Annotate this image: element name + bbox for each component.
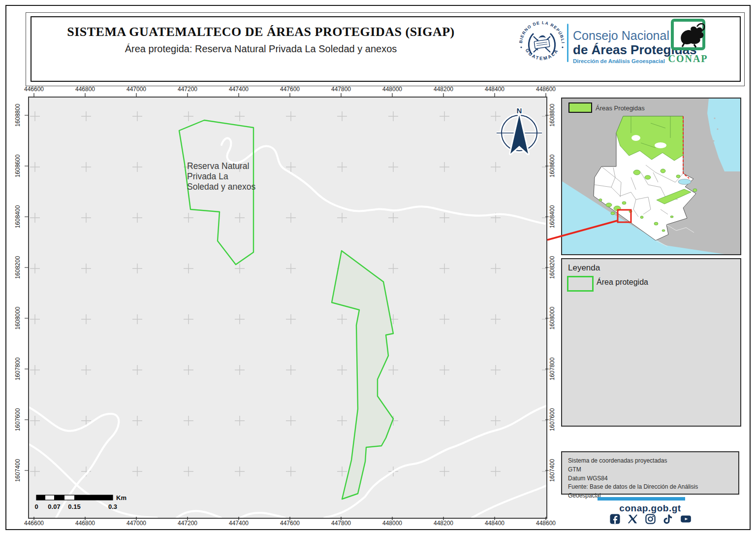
y-axis-label-left: 1608000 (14, 307, 21, 330)
x-axis-label-top: 447600 (280, 86, 300, 93)
credits-box: Sistema de coordenadas proyectadas GTM D… (561, 451, 739, 495)
facebook-icon (609, 513, 621, 525)
graticule-crosses (30, 111, 546, 476)
org-name-line1: Consejo Nacional (573, 29, 669, 43)
credits-line: Datum WGS84 (568, 474, 732, 483)
page-subtitle: Área protegida: Reserva Natural Privada … (47, 43, 475, 55)
y-axis-label-right: 1608200 (549, 256, 556, 279)
scalebar-tick-3: 0.3 (108, 503, 117, 510)
north-arrow: N (497, 106, 542, 154)
scale-bar: Km 0 0.07 0.15 0.3 (34, 494, 126, 510)
inset-legend-swatch (569, 103, 592, 112)
x-axis-label-bottom: 447600 (280, 520, 300, 527)
area-label: Reserva Natural Privada La Soledad y ane… (187, 161, 255, 192)
x-axis-label-top: 448000 (382, 86, 402, 93)
x-axis-label-top: 447000 (126, 86, 146, 93)
inset-legend-label: Áreas Protegidas (596, 104, 645, 112)
x-axis-label-top: 446800 (75, 86, 95, 93)
y-axis-label-right: 1608600 (549, 155, 556, 178)
roads-layer (29, 138, 546, 518)
scalebar-unit: Km (116, 494, 126, 502)
y-axis-label-left: 1608400 (14, 205, 21, 229)
youtube-icon (680, 513, 692, 525)
x-axis-label-top: 446600 (24, 86, 44, 93)
y-axis-label-right: 1608400 (549, 205, 556, 229)
credits-line: Sistema de coordenadas proyectadas (568, 457, 732, 466)
scalebar-tick-2: 0.15 (68, 503, 80, 510)
legend-box: Leyenda Área protegida (561, 258, 741, 427)
x-axis-label-bottom: 447400 (229, 520, 249, 527)
x-axis-label-bottom: 447800 (331, 520, 351, 527)
x-axis-label-bottom: 447000 (126, 520, 146, 527)
social-icons-row (561, 513, 739, 525)
north-label: N (517, 106, 522, 115)
y-axis-label-left: 1607400 (14, 459, 21, 482)
inset-locator-map: Áreas Protegidas (561, 98, 741, 255)
website-url: conap.gob.gt (561, 503, 739, 514)
scalebar-tick-0: 0 (34, 503, 38, 510)
x-axis-label-top: 447800 (331, 86, 351, 93)
y-axis-label-left: 1608200 (14, 256, 21, 279)
x-axis-label-bottom: 448400 (485, 520, 504, 527)
x-axis-label-bottom: 446800 (75, 520, 95, 527)
area-label-line2: Privada La (187, 171, 228, 181)
map-sheet: SISTEMA GUATEMALTECO DE ÁREAS PROTEGIDAS… (0, 0, 756, 535)
x-axis-label-bottom: 448000 (382, 520, 402, 527)
scalebar-tick-1: 0.07 (48, 503, 60, 510)
x-twitter-icon (627, 513, 638, 525)
government-seal-logo: GOBIERNO DE LA REPÚBLICA GUATEMALA (516, 18, 568, 70)
x-axis-label-top: 448200 (434, 86, 453, 93)
y-axis-label-right: 1608800 (549, 104, 556, 127)
y-axis-label-left: 1607800 (14, 358, 21, 381)
y-axis-label-right: 1608000 (549, 307, 556, 330)
tiktok-icon (662, 513, 674, 525)
area-label-line3: Soledad y anexos (187, 182, 255, 192)
conap-logo: CONAP (665, 19, 711, 66)
main-map: Reserva Natural Privada La Soledad y ane… (28, 97, 547, 519)
footer-accent-bar (598, 497, 685, 501)
page-title: SISTEMA GUATEMALTECO DE ÁREAS PROTEGIDAS… (47, 25, 475, 39)
area-label-line1: Reserva Natural (187, 161, 249, 171)
legend-item-label: Área protegida (597, 278, 648, 287)
x-axis-label-top: 447400 (229, 86, 249, 93)
protected-area-polygon-south (332, 251, 393, 499)
logo-divider (567, 24, 568, 62)
x-axis-label-bottom: 446600 (24, 520, 44, 527)
x-axis-label-bottom: 447200 (178, 520, 197, 527)
y-axis-label-left: 1607600 (14, 408, 21, 432)
y-axis-label-right: 1607800 (549, 358, 556, 381)
conap-wordmark: CONAP (668, 53, 708, 64)
legend-swatch-protected-area (567, 276, 594, 292)
legend-title: Leyenda (568, 263, 600, 273)
x-axis-label-top: 448400 (485, 86, 504, 93)
x-axis-label-bottom: 448200 (434, 520, 453, 527)
org-department: Dirección de Análisis Geoespacial (573, 58, 665, 64)
x-axis-label-bottom: 448600 (536, 520, 556, 527)
y-axis-label-right: 1607600 (549, 408, 556, 432)
credits-line: GTM (568, 466, 732, 474)
x-axis-label-top: 447200 (178, 86, 197, 93)
instagram-icon (645, 513, 656, 525)
inset-lake-izabal (678, 179, 691, 185)
protected-area-polygon-north (179, 120, 253, 265)
y-axis-label-right: 1607400 (549, 459, 556, 482)
x-axis-label-top: 448600 (536, 86, 556, 93)
y-axis-label-left: 1608600 (14, 155, 21, 178)
y-axis-label-left: 1608800 (14, 104, 21, 127)
